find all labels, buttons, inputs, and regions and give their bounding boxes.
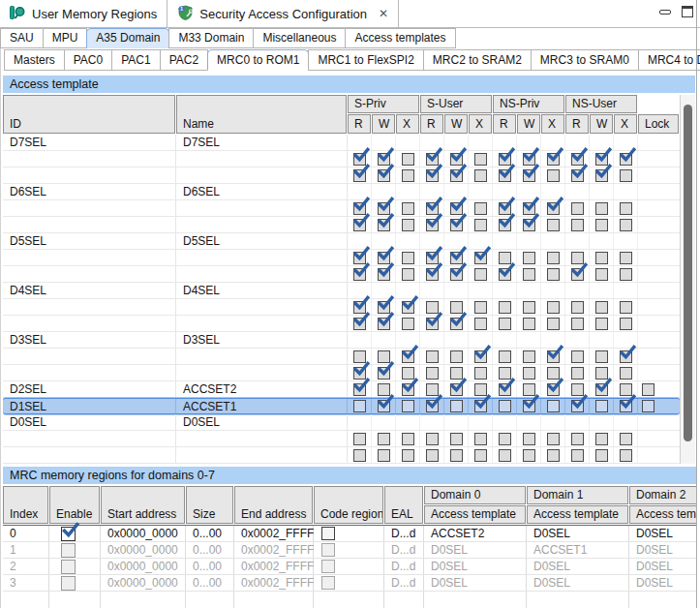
checkbox-ns-priv-w[interactable] bbox=[523, 252, 535, 264]
checkbox-ns-user-x[interactable] bbox=[620, 433, 632, 445]
checkbox-ns-user-r[interactable] bbox=[571, 169, 584, 182]
checkbox-s-user-x[interactable] bbox=[474, 449, 487, 462]
checkbox-ns-priv-r[interactable] bbox=[499, 400, 511, 412]
checkbox-s-priv-x[interactable] bbox=[402, 153, 414, 166]
checkbox-s-priv-r[interactable] bbox=[353, 219, 366, 231]
checkbox-ns-priv-x[interactable] bbox=[547, 350, 560, 363]
checkbox-ns-user-w[interactable] bbox=[595, 202, 608, 215]
tab-pac1[interactable]: PAC1 bbox=[111, 49, 160, 71]
template-checkbox-row-d5sel[interactable] bbox=[3, 266, 680, 283]
checkbox-s-priv-x[interactable] bbox=[402, 383, 414, 396]
checkbox-s-priv-w[interactable] bbox=[378, 318, 390, 330]
checkbox-s-user-w[interactable] bbox=[450, 433, 463, 445]
checkbox-ns-priv-r[interactable] bbox=[499, 433, 511, 445]
checkbox-s-user-x[interactable] bbox=[474, 433, 487, 445]
template-checkbox-row-d3sel[interactable] bbox=[3, 349, 680, 365]
checkbox-ns-priv-w[interactable] bbox=[523, 318, 535, 330]
mrc-row-1[interactable]: 10x0000_00000...000x0002_FFFFD...dD0SELA… bbox=[3, 542, 696, 559]
tab-a35-domain[interactable]: A35 Domain bbox=[86, 28, 169, 48]
checkbox-s-user-x[interactable] bbox=[474, 169, 487, 182]
template-checkbox-row-d6sel[interactable] bbox=[3, 217, 680, 233]
enable-checkbox[interactable] bbox=[61, 560, 76, 574]
checkbox-ns-priv-r[interactable] bbox=[499, 318, 511, 330]
code-region-checkbox[interactable] bbox=[321, 543, 335, 557]
scrollbar-thumb[interactable] bbox=[684, 105, 692, 441]
checkbox-s-priv-x[interactable] bbox=[402, 202, 414, 215]
checkbox-s-user-w[interactable] bbox=[450, 169, 463, 182]
checkbox-s-priv-w[interactable] bbox=[378, 449, 390, 462]
checkbox-s-user-w[interactable] bbox=[450, 383, 463, 396]
checkbox-ns-user-x[interactable] bbox=[620, 367, 632, 380]
checkbox-s-user-w[interactable] bbox=[450, 219, 463, 231]
checkbox-ns-priv-x[interactable] bbox=[547, 202, 560, 215]
tab-sau[interactable]: SAU bbox=[0, 28, 44, 48]
checkbox-ns-user-w[interactable] bbox=[595, 433, 608, 445]
checkbox-ns-user-x[interactable] bbox=[620, 301, 632, 314]
checkbox-ns-user-w[interactable] bbox=[595, 169, 608, 182]
checkbox-s-user-x[interactable] bbox=[474, 301, 487, 314]
tab-pac2[interactable]: PAC2 bbox=[160, 49, 208, 71]
checkbox-ns-user-w[interactable] bbox=[595, 383, 608, 396]
checkbox-ns-priv-x[interactable] bbox=[547, 268, 560, 281]
checkbox-ns-user-r[interactable] bbox=[571, 202, 584, 215]
checkbox-s-user-r[interactable] bbox=[426, 367, 439, 380]
checkbox-ns-priv-x[interactable] bbox=[547, 433, 560, 445]
checkbox-s-priv-r[interactable] bbox=[353, 268, 366, 281]
checkbox-s-user-x[interactable] bbox=[474, 350, 487, 363]
checkbox-ns-user-w[interactable] bbox=[595, 301, 608, 314]
template-row-d3sel[interactable]: D3SELD3SEL bbox=[3, 332, 680, 349]
checkbox-ns-priv-r[interactable] bbox=[499, 268, 511, 281]
tab-mpu[interactable]: MPU bbox=[43, 28, 88, 48]
checkbox-ns-user-x[interactable] bbox=[620, 153, 632, 166]
checkbox-s-user-r[interactable] bbox=[426, 268, 439, 281]
checkbox-s-user-w[interactable] bbox=[450, 268, 463, 281]
code-region-checkbox[interactable] bbox=[321, 527, 335, 540]
tab-mrc3-to-sram0[interactable]: MRC3 to SRAM0 bbox=[531, 49, 639, 71]
checkbox-ns-user-w[interactable] bbox=[595, 318, 608, 330]
checkbox-ns-user-w[interactable] bbox=[595, 449, 608, 462]
checkbox-s-priv-x[interactable] bbox=[402, 449, 414, 462]
enable-checkbox[interactable] bbox=[61, 576, 76, 591]
template-checkbox-row-d7sel[interactable] bbox=[3, 167, 680, 184]
checkbox-ns-priv-r[interactable] bbox=[499, 219, 511, 231]
tab-m33-domain[interactable]: M33 Domain bbox=[168, 28, 254, 48]
checkbox-ns-user-x[interactable] bbox=[620, 400, 632, 412]
mrc-row-0[interactable]: 00x0000_00000...000x0002_FFFFD...dACCSET… bbox=[3, 526, 696, 542]
checkbox-ns-user-r[interactable] bbox=[571, 301, 584, 314]
checkbox-s-priv-w[interactable] bbox=[378, 400, 390, 412]
checkbox-ns-user-x[interactable] bbox=[620, 318, 632, 330]
checkbox-ns-priv-w[interactable] bbox=[523, 367, 535, 380]
checkbox-ns-priv-w[interactable] bbox=[523, 449, 535, 462]
checkbox-s-user-r[interactable] bbox=[426, 350, 439, 363]
template-checkbox-row-d0sel[interactable] bbox=[3, 431, 680, 447]
checkbox-ns-priv-x[interactable] bbox=[547, 169, 560, 182]
checkbox-ns-priv-r[interactable] bbox=[499, 301, 511, 314]
checkbox-s-user-x[interactable] bbox=[474, 252, 487, 264]
checkbox-s-priv-w[interactable] bbox=[378, 268, 390, 281]
checkbox-s-priv-x[interactable] bbox=[402, 301, 414, 314]
checkbox-ns-user-x[interactable] bbox=[620, 449, 632, 462]
checkbox-ns-user-x[interactable] bbox=[620, 169, 632, 182]
checkbox-s-priv-x[interactable] bbox=[402, 169, 414, 182]
template-row-d5sel[interactable]: D5SELD5SEL bbox=[3, 233, 680, 250]
checkbox-ns-priv-x[interactable] bbox=[547, 449, 560, 462]
checkbox-s-user-r[interactable] bbox=[426, 169, 439, 182]
checkbox-s-priv-w[interactable] bbox=[378, 169, 390, 182]
enable-checkbox[interactable] bbox=[61, 527, 76, 541]
template-checkbox-row-d3sel[interactable] bbox=[3, 365, 680, 381]
checkbox-ns-user-x[interactable] bbox=[620, 268, 632, 281]
template-row-d4sel[interactable]: D4SELD4SEL bbox=[3, 283, 680, 299]
checkbox-ns-priv-r[interactable] bbox=[499, 350, 511, 363]
tab-mrc0-to-rom1[interactable]: MRC0 to ROM1 bbox=[207, 49, 309, 71]
checkbox-ns-priv-w[interactable] bbox=[523, 301, 535, 314]
checkbox-ns-user-r[interactable] bbox=[571, 219, 584, 231]
mrc-row-3[interactable]: 30x0000_00000...000x0002_FFFFD...dD0SELD… bbox=[3, 575, 696, 592]
checkbox-s-priv-x[interactable] bbox=[402, 400, 414, 412]
tab-mrc4-to-ddr[interactable]: MRC4 to DDR bbox=[638, 49, 700, 71]
code-region-checkbox[interactable] bbox=[321, 560, 335, 573]
checkbox-ns-priv-x[interactable] bbox=[547, 301, 560, 314]
checkbox-ns-user-w[interactable] bbox=[595, 350, 608, 363]
checkbox-s-user-w[interactable] bbox=[450, 350, 463, 363]
checkbox-s-priv-x[interactable] bbox=[402, 219, 414, 231]
checkbox-ns-priv-w[interactable] bbox=[523, 433, 535, 445]
